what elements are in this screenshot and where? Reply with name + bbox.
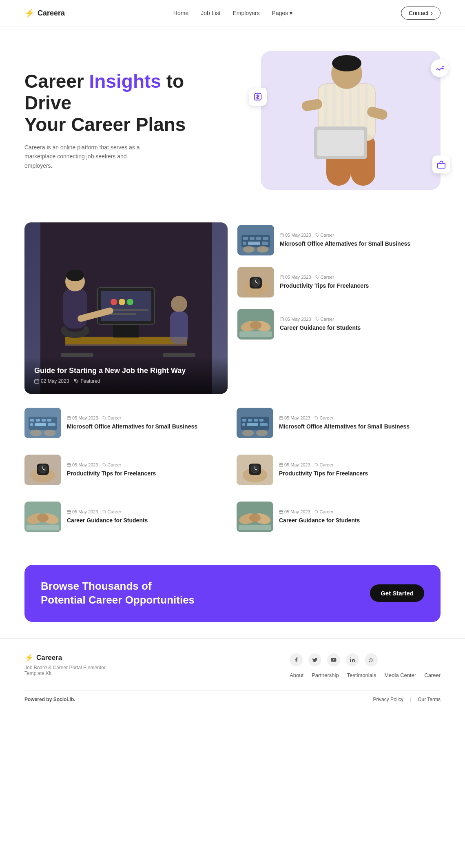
rss-icon[interactable] [365, 653, 378, 666]
blog-card-0[interactable]: 05 May 2023 Career Microsoft Office Alte… [24, 404, 228, 442]
blog-card-5-meta: 05 May 2023 Career [279, 509, 441, 514]
svg-point-26 [111, 299, 117, 305]
hero-title: Career Insights to DriveYour Career Plan… [24, 71, 224, 135]
svg-rect-89 [260, 423, 268, 426]
footer-top: ⚡ Careera Job Board & Career Portal Elem… [24, 653, 441, 686]
linkedin-icon[interactable] [346, 653, 359, 666]
blog-card-1-meta: 05 May 2023 Career [279, 415, 441, 420]
svg-rect-76 [35, 423, 46, 426]
nav-pages[interactable]: Pages ▾ [272, 10, 293, 16]
hero-title-accent: Insights [89, 71, 161, 92]
side-post-1[interactable]: 05 May 2023 Career Productivity Tips for… [237, 264, 441, 300]
footer-bottom-right: Privacy Policy | Our Terms [373, 697, 441, 702]
blog-card-2[interactable]: 05 May 2023 Career Productivity Tips for… [24, 451, 228, 489]
blog-card-3[interactable]: 05 May 2023 Career Productivity Tips for… [237, 451, 441, 489]
svg-rect-42 [35, 380, 39, 383]
side-post-0-meta: 05 May 2023 Career [280, 233, 441, 238]
twitter-icon[interactable] [308, 653, 321, 666]
blog-card-5-content: 05 May 2023 Career Career Guidance for S… [279, 509, 441, 525]
hero-description: Careera is an online platform that serve… [24, 143, 155, 170]
side-post-0-date: 05 May 2023 [280, 233, 311, 238]
side-post-0-title: Microsoft Office Alternatives for Small … [280, 240, 441, 248]
side-post-2-title: Career Guidance for Students [280, 324, 441, 332]
svg-point-116 [249, 514, 261, 522]
side-post-2[interactable]: 05 May 2023 Career Career Guidance for S… [237, 306, 441, 342]
arrow-icon: › [431, 10, 433, 16]
blog-card-4-content: 05 May 2023 Career Career Guidance for S… [67, 509, 228, 525]
svg-rect-52 [262, 242, 268, 245]
side-posts-list: 05 May 2023 Career Microsoft Office Alte… [237, 222, 441, 394]
side-post-2-content: 05 May 2023 Career Career Guidance for S… [280, 317, 441, 332]
footer-nav-partnership[interactable]: Partnership [312, 672, 339, 678]
youtube-icon[interactable] [327, 653, 340, 666]
svg-rect-49 [263, 237, 268, 240]
svg-point-78 [30, 430, 42, 436]
footer-nav-career[interactable]: Career [424, 672, 441, 678]
svg-rect-111 [27, 525, 59, 530]
svg-rect-47 [250, 237, 255, 240]
svg-point-53 [243, 246, 255, 253]
contact-button[interactable]: Contact › [401, 7, 441, 20]
blog-card-2-content: 05 May 2023 Career Productivity Tips for… [67, 462, 228, 478]
svg-rect-48 [256, 237, 261, 240]
footer-nav-testimonials[interactable]: Testimonials [347, 672, 376, 678]
featured-meta: 02 May 2023 Featured [34, 378, 218, 384]
logo[interactable]: ⚡ Careera [24, 8, 65, 18]
cta-banner: Browse Thousands of Potential Career Opp… [24, 565, 441, 622]
nav-job-list[interactable]: Job List [201, 10, 220, 16]
side-post-0[interactable]: 05 May 2023 Career Microsoft Office Alte… [237, 222, 441, 258]
blog-card-5-title: Career Guidance for Students [279, 517, 441, 525]
bag-icon [432, 155, 450, 173]
blog-card-5[interactable]: 05 May 2023 Career Career Guidance for S… [237, 497, 441, 536]
featured-date-meta: 02 May 2023 [34, 378, 69, 384]
blog-card-1[interactable]: 05 May 2023 Career Microsoft Office Alte… [237, 404, 441, 442]
blog-card-2-meta: 05 May 2023 Career [67, 462, 228, 467]
blog-card-3-title: Productivity Tips for Freelancers [279, 470, 441, 478]
privacy-policy-link[interactable]: Privacy Policy [373, 697, 403, 702]
svg-rect-72 [36, 419, 40, 422]
blog-card-3-meta: 05 May 2023 Career [279, 462, 441, 467]
featured-overlay: Guide for Starting a New Job the Right W… [24, 357, 228, 394]
blog-card-2-title: Productivity Tips for Freelancers [67, 470, 228, 478]
svg-point-28 [127, 299, 133, 305]
side-post-2-meta: 05 May 2023 Career [280, 317, 441, 322]
svg-rect-62 [280, 276, 284, 279]
svg-rect-2 [438, 163, 445, 168]
svg-rect-83 [242, 419, 246, 422]
svg-rect-74 [47, 419, 51, 422]
svg-point-91 [256, 430, 268, 436]
blog-card-1-thumb [237, 408, 273, 438]
nav-employers[interactable]: Employers [232, 10, 259, 16]
our-terms-link[interactable]: Our Terms [418, 697, 441, 702]
svg-rect-87 [242, 423, 245, 426]
blog-card-0-content: 05 May 2023 Career Microsoft Office Alte… [67, 415, 228, 431]
svg-rect-77 [48, 423, 55, 426]
svg-point-90 [242, 430, 254, 436]
blog-card-4[interactable]: 05 May 2023 Career Career Guidance for S… [24, 497, 228, 536]
footer-socials [290, 653, 441, 666]
svg-rect-33 [63, 288, 87, 329]
blog-card-4-meta: 05 May 2023 Career [67, 509, 228, 514]
navbar: ⚡ Careera Home Job List Employers Pages … [0, 0, 465, 27]
svg-rect-117 [239, 525, 271, 530]
svg-rect-73 [42, 419, 46, 422]
svg-rect-39 [65, 344, 187, 346]
nav-links: Home Job List Employers Pages ▾ [173, 10, 292, 16]
blog-card-5-thumb [237, 502, 273, 532]
svg-rect-46 [243, 237, 248, 240]
cta-button[interactable]: Get Started [370, 584, 424, 602]
svg-rect-84 [248, 419, 252, 422]
blog-card-0-meta: 05 May 2023 Career [67, 415, 228, 420]
nav-home[interactable]: Home [173, 10, 188, 16]
footer-nav-media[interactable]: Media Center [384, 672, 416, 678]
featured-category-meta: Featured [74, 378, 100, 384]
facebook-icon[interactable] [290, 653, 303, 666]
footer-tagline: Job Board & Career Portal Elementor Temp… [24, 665, 114, 676]
footer: ⚡ Careera Job Board & Career Portal Elem… [0, 638, 465, 708]
bolt-icon: ⚡ [24, 8, 35, 18]
svg-point-37 [171, 296, 187, 312]
svg-rect-25 [101, 291, 151, 321]
featured-post[interactable]: Guide for Starting a New Job the Right W… [24, 222, 228, 394]
footer-nav-about[interactable]: About [290, 672, 303, 678]
hero-image-area [261, 51, 441, 190]
